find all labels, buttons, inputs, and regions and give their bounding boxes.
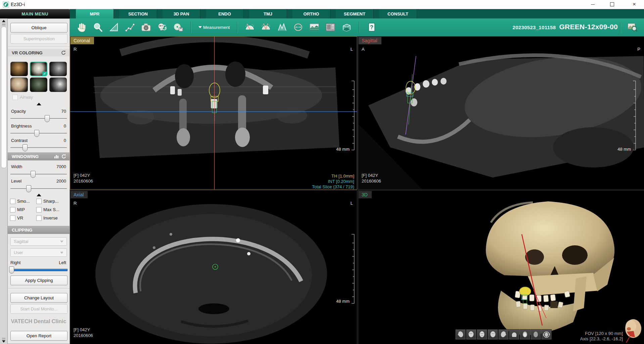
minimize-button[interactable] xyxy=(585,0,600,9)
scroll-up-icon[interactable] xyxy=(2,20,5,22)
sidebar-scrollbar[interactable] xyxy=(0,18,8,344)
smooth-checkbox[interactable] xyxy=(10,199,15,204)
change-layout-button[interactable]: Change Layout xyxy=(10,293,67,303)
app-logo-icon xyxy=(3,1,9,8)
mip-checkbox[interactable] xyxy=(10,207,15,212)
study-name: GREEN-12x09-00 xyxy=(559,23,618,31)
view-head-back-button[interactable] xyxy=(509,329,519,340)
vr-preset-x-ray[interactable] xyxy=(49,62,67,76)
view-head-bottom-button[interactable] xyxy=(531,329,541,340)
polyline-measure-icon[interactable] xyxy=(124,21,136,34)
clipping-slider-track[interactable] xyxy=(10,269,67,271)
patient-date: 20160606 xyxy=(362,178,381,184)
max-s-checkbox[interactable] xyxy=(36,207,42,212)
angle-ruler-icon[interactable] xyxy=(107,21,120,34)
tab-tmj[interactable]: TMJ xyxy=(249,9,287,18)
image-viewer-icon[interactable] xyxy=(626,21,639,34)
vr-checkbox[interactable] xyxy=(10,215,15,221)
width-slider-thumb[interactable] xyxy=(31,171,36,178)
clipping-mode-dropdown[interactable]: User xyxy=(10,248,67,257)
vr-preset-skin[interactable] xyxy=(10,78,28,92)
measurement-dropdown[interactable]: Measurement xyxy=(197,21,231,34)
tab-consult[interactable]: CONSULT xyxy=(379,9,417,18)
view-face-right-front-button[interactable] xyxy=(488,329,498,340)
clipping-plane-dropdown[interactable]: Sagittal xyxy=(10,237,67,246)
view-head-top-button[interactable] xyxy=(520,329,530,340)
axial-viewport[interactable]: Axial R L 48 mm [F] 042Y 20160606 xyxy=(70,190,357,344)
width-label: Width xyxy=(11,164,22,169)
tmj-angle-1-icon[interactable] xyxy=(243,21,256,34)
contrast-slider-track[interactable] xyxy=(10,147,67,148)
collapse-arrow-icon[interactable] xyxy=(37,103,41,105)
close-button[interactable]: × xyxy=(627,0,642,9)
collapse-arrow-icon[interactable] xyxy=(37,194,41,196)
save-cd-icon[interactable] xyxy=(172,21,185,34)
refresh-icon[interactable] xyxy=(61,50,66,55)
view-face-left-front-button[interactable] xyxy=(466,329,476,340)
tab-mpr[interactable]: MPR xyxy=(76,9,114,18)
capture-camera-icon[interactable] xyxy=(140,21,152,34)
tab-section[interactable]: SECTION xyxy=(119,9,157,18)
help-manual-icon[interactable]: ? xyxy=(365,21,378,34)
max-s-label: Max S... xyxy=(43,207,59,212)
scroll-grip[interactable] xyxy=(2,338,5,339)
axial-viewport-label[interactable]: Axial xyxy=(71,191,88,198)
vr-preset-bone-white[interactable]: ✓ xyxy=(30,62,47,76)
tab-3d-pan[interactable]: 3D PAN xyxy=(163,9,200,18)
scroll-grip[interactable] xyxy=(2,24,5,25)
smooth-label: Smo... xyxy=(17,199,30,204)
apply-clipping-button[interactable]: Apply Clipping xyxy=(10,276,67,285)
zoom-magnifier-icon[interactable] xyxy=(91,21,104,34)
sagittal-viewport-label[interactable]: Sagittal xyxy=(359,37,381,44)
circle-diameter-icon[interactable] xyxy=(292,21,305,34)
airway-checkbox[interactable] xyxy=(12,95,18,100)
scrollbar-thumb[interactable] xyxy=(1,27,7,168)
tab-segment[interactable]: SEGMENT xyxy=(336,9,374,18)
coronal-viewport[interactable]: Coronal R L 48 mm [F] 042Y 20160606 TH [… xyxy=(70,36,357,190)
profile-graph-icon[interactable] xyxy=(308,21,321,34)
multi-angle-icon[interactable] xyxy=(276,21,288,34)
superimposition-button[interactable]: Superimposition xyxy=(10,34,67,44)
sagittal-viewport[interactable]: Sagittal A P 48 mm [F] 042Y 20160606 xyxy=(358,36,644,190)
clipping-slider-thumb[interactable] xyxy=(9,266,14,274)
sharpen-checkbox[interactable] xyxy=(36,199,42,204)
opacity-slider-thumb[interactable] xyxy=(45,115,50,122)
coronal-viewport-label[interactable]: Coronal xyxy=(71,37,94,44)
level-slider-track[interactable] xyxy=(10,188,67,189)
orientation-head-indicator[interactable] xyxy=(624,314,643,343)
reset-rotation-button[interactable] xyxy=(541,329,552,340)
vr-preset-bone-color[interactable] xyxy=(10,62,28,76)
reset-view-skull-icon[interactable] xyxy=(156,21,169,34)
vr-preset-translucent[interactable] xyxy=(30,78,47,92)
refresh-icon[interactable] xyxy=(61,154,66,159)
opacity-label: Opacity xyxy=(11,109,26,114)
pan-hand-icon[interactable] xyxy=(75,21,88,34)
start-dual-monitor-button[interactable]: Start Dual Monito... xyxy=(10,304,67,314)
level-slider-thumb[interactable] xyxy=(26,185,31,192)
tab-ortho[interactable]: ORTHO xyxy=(292,9,330,18)
scroll-down-icon[interactable] xyxy=(2,340,5,343)
coronal-vertical-crosshair[interactable] xyxy=(214,37,215,189)
clipping-cube-icon[interactable] xyxy=(340,21,353,34)
coronal-horizontal-crosshair[interactable] xyxy=(70,111,357,112)
threed-viewport[interactable]: 3D FOV [120 x 90 mm] Axis [22.3, -2.6, -… xyxy=(358,190,644,344)
histogram-icon[interactable] xyxy=(54,154,59,159)
brightness-slider-thumb[interactable] xyxy=(34,130,39,137)
view-face-left-button[interactable] xyxy=(455,329,466,340)
scale-ruler xyxy=(350,80,355,151)
view-face-front-button[interactable] xyxy=(477,329,487,340)
vr-preset-custom-gear[interactable] xyxy=(49,78,67,92)
tab-endo[interactable]: ENDO xyxy=(206,9,244,18)
tmj-angle-2-icon[interactable] xyxy=(260,21,272,34)
oblique-button[interactable]: Oblique xyxy=(10,23,67,33)
inverse-checkbox[interactable] xyxy=(36,215,42,221)
threed-viewport-label[interactable]: 3D xyxy=(359,191,372,198)
contrast-slider-thumb[interactable] xyxy=(22,144,28,151)
contrast-value: 0 xyxy=(64,138,66,143)
layout-panel-icon[interactable] xyxy=(324,21,337,34)
width-slider-track[interactable] xyxy=(10,174,67,175)
opacity-slider-track[interactable] xyxy=(10,118,67,119)
open-report-button[interactable]: Open Report xyxy=(10,331,67,341)
maximize-button[interactable] xyxy=(604,0,620,9)
view-face-right-button[interactable] xyxy=(498,329,509,340)
